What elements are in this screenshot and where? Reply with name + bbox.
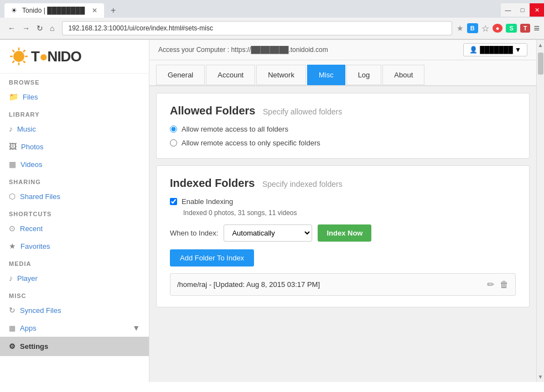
extension-icon-5[interactable]: T — [520, 24, 531, 33]
extension-icon-1[interactable]: B — [467, 23, 478, 33]
home-button[interactable]: ⌂ — [46, 22, 58, 35]
sync-icon: ↻ — [9, 306, 15, 315]
shortcuts-section-label: SHORTCUTS — [0, 205, 149, 219]
add-folder-button[interactable]: Add Folder To Index — [170, 249, 254, 266]
forward-button[interactable]: → — [19, 22, 33, 35]
allowed-folders-options: Allow remote access to all folders Allow… — [170, 125, 516, 147]
browse-section-label: BROWSE — [0, 74, 149, 88]
photos-label: Photos — [21, 143, 43, 151]
extension-icon-2[interactable]: ☆ — [481, 23, 489, 34]
enable-indexing-checkbox[interactable] — [170, 198, 177, 205]
settings-gear-icon: ⚙ — [9, 342, 15, 351]
tab-general[interactable]: General — [156, 65, 205, 85]
apps-left: ▦ Apps — [9, 324, 37, 332]
favorites-label: Favorites — [20, 242, 50, 250]
sidebar-item-videos[interactable]: ▦ Videos — [0, 155, 149, 173]
back-button[interactable]: ← — [4, 22, 19, 35]
svg-line-8 — [23, 50, 25, 53]
apps-icon: ▦ — [9, 324, 15, 332]
settings-label: Settings — [20, 342, 48, 351]
allowed-folders-title: Allowed Folders Specify allowed folders — [170, 104, 516, 117]
browser-tab[interactable]: ☀ Tonido | ████████ ✕ — [4, 3, 104, 18]
apps-label: Apps — [20, 324, 37, 332]
allowed-folders-subtitle: Specify allowed folders — [263, 107, 342, 116]
sidebar-item-settings[interactable]: ⚙ Settings — [0, 337, 149, 356]
tab-about[interactable]: About — [382, 65, 424, 85]
allowed-folders-section: Allowed Folders Specify allowed folders … — [156, 93, 530, 159]
radio-all-folders-input[interactable] — [170, 126, 177, 133]
music-label: Music — [17, 125, 36, 133]
logo: T●NIDO — [9, 46, 140, 66]
misc-section-label: MISC — [0, 287, 149, 301]
delete-folder-button[interactable]: 🗑 — [500, 279, 509, 290]
extension-icon-4[interactable]: S — [506, 24, 516, 33]
right-scrollbar[interactable]: ▲ ▼ — [536, 40, 544, 382]
sidebar-item-photos[interactable]: 🖼 Photos — [0, 138, 149, 155]
music-icon: ♪ — [9, 124, 13, 133]
tab-misc[interactable]: Misc — [307, 65, 345, 85]
tab-network[interactable]: Network — [256, 65, 306, 85]
enable-indexing-row: Enable Indexing — [170, 197, 516, 206]
extension-icon-3[interactable]: ● — [493, 24, 503, 33]
scroll-thumb[interactable] — [538, 53, 543, 75]
when-to-index-select[interactable]: Automatically Manually Scheduled — [224, 224, 312, 242]
sidebar-item-recent[interactable]: ⊙ Recent — [0, 219, 149, 237]
browser-chrome: ☀ Tonido | ████████ ✕ + — □ ✕ ← → ↻ ⌂ ★ … — [0, 0, 544, 40]
star-icon: ★ — [9, 242, 16, 250]
sidebar: T●NIDO BROWSE 📁 Files LIBRARY ♪ Music 🖼 … — [0, 40, 149, 382]
sidebar-item-favorites[interactable]: ★ Favorites — [0, 237, 149, 255]
access-text: Access your Computer : https://████████.… — [158, 46, 328, 54]
index-now-button[interactable]: Index Now — [318, 224, 371, 242]
indexed-folders-title: Indexed Folders Specify indexed folders — [170, 177, 516, 190]
new-tab-button[interactable]: + — [106, 3, 120, 18]
library-section-label: LIBRARY — [0, 106, 149, 120]
photo-icon: 🖼 — [9, 142, 17, 151]
scroll-down-arrow[interactable]: ▼ — [538, 372, 543, 382]
player-icon: ♪ — [9, 274, 13, 283]
user-icon: 👤 — [469, 46, 478, 54]
logo-text: T●NIDO — [31, 48, 81, 65]
scroll-up-arrow[interactable]: ▲ — [538, 40, 543, 50]
top-bar-right: 👤 ███████ ▼ — [463, 43, 527, 56]
enable-indexing-label: Enable Indexing — [182, 197, 233, 206]
files-label: Files — [23, 93, 38, 101]
main-content: Access your Computer : https://████████.… — [149, 40, 536, 382]
sidebar-item-shared-files[interactable]: ⬡ Shared Files — [0, 187, 149, 205]
top-bar: Access your Computer : https://████████.… — [149, 40, 536, 60]
share-icon: ⬡ — [9, 192, 15, 201]
radio-specific-folders-input[interactable] — [170, 139, 177, 147]
sidebar-item-player[interactable]: ♪ Player — [0, 269, 149, 287]
sidebar-item-files[interactable]: 📁 Files — [0, 88, 149, 106]
address-bar[interactable] — [62, 21, 452, 35]
sidebar-item-synced-files[interactable]: ↻ Synced Files — [0, 301, 149, 319]
title-bar: ☀ Tonido | ████████ ✕ + — □ ✕ — [0, 0, 544, 18]
user-menu-button[interactable]: 👤 ███████ ▼ — [463, 43, 527, 56]
minimize-button[interactable]: — — [501, 3, 515, 17]
sidebar-item-apps[interactable]: ▦ Apps ▼ — [0, 319, 149, 337]
maximize-button[interactable]: □ — [515, 3, 530, 17]
logo-area: T●NIDO — [0, 40, 149, 74]
folder-row: /home/raj - [Updated: Aug 8, 2015 03:17 … — [170, 273, 516, 296]
synced-files-label: Synced Files — [20, 306, 61, 315]
video-icon: ▦ — [9, 160, 16, 169]
radio-all-folders-label: Allow remote access to all folders — [182, 125, 288, 133]
indexed-folders-section: Indexed Folders Specify indexed folders … — [156, 165, 530, 307]
folder-action-buttons: ✏ 🗑 — [487, 279, 509, 290]
when-to-index-row: When to Index: Automatically Manually Sc… — [170, 224, 516, 242]
browser-controls: ← → ↻ ⌂ ★ B ☆ ● S T ≡ — [0, 18, 544, 39]
player-label: Player — [17, 274, 38, 283]
svg-line-6 — [23, 61, 25, 63]
radio-all-folders[interactable]: Allow remote access to all folders — [170, 125, 516, 133]
edit-folder-button[interactable]: ✏ — [487, 279, 494, 290]
tab-account[interactable]: Account — [206, 65, 255, 85]
close-button[interactable]: ✕ — [530, 3, 544, 17]
sharing-section-label: SHARING — [0, 173, 149, 187]
logo-sun-icon — [9, 46, 29, 66]
radio-specific-folders[interactable]: Allow remote access to only specific fol… — [170, 139, 516, 147]
tab-log[interactable]: Log — [346, 65, 382, 85]
refresh-button[interactable]: ↻ — [33, 22, 46, 35]
svg-point-0 — [13, 51, 24, 62]
tab-close-button[interactable]: ✕ — [92, 7, 97, 14]
menu-icon[interactable]: ≡ — [533, 23, 540, 34]
sidebar-item-music[interactable]: ♪ Music — [0, 120, 149, 138]
